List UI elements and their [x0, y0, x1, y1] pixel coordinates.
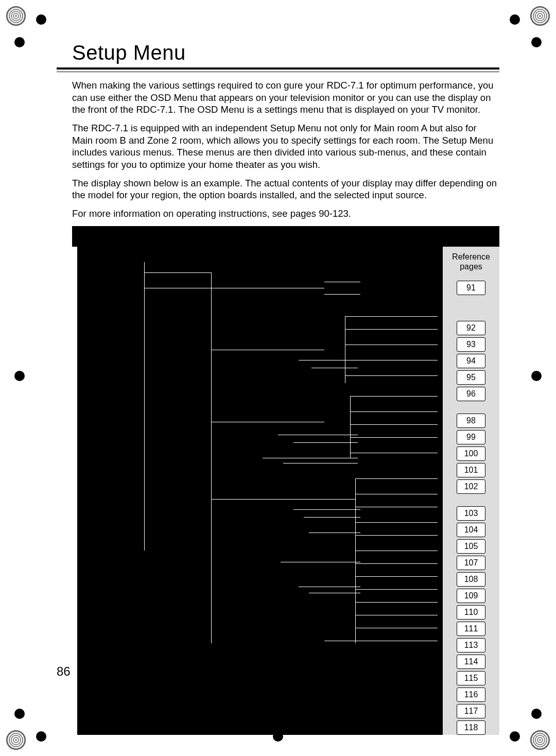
page-ref-badge: 116: [457, 688, 485, 702]
reference-pages-list: 91 92 93 94 95 96 98 99 100 101: [443, 281, 499, 735]
page-ref-badge: 114: [457, 655, 485, 669]
registration-dot: [531, 709, 542, 719]
page-ref-badge: 107: [457, 556, 485, 570]
page-ref-badge: 94: [457, 354, 485, 368]
registration-mark: [6, 730, 26, 750]
reference-pages-header: Reference pages: [443, 252, 499, 271]
menu-tree-diagram: * c h b: [77, 247, 443, 735]
page-ref-badge: 93: [457, 337, 485, 352]
footnote-char: b: [81, 709, 86, 719]
reference-pages-column: Reference pages 91 92 93 94 95 96 98 99 …: [443, 247, 499, 735]
registration-dot: [36, 731, 46, 742]
page-ref-badge: 104: [457, 523, 485, 537]
page-ref-badge: 113: [457, 638, 485, 652]
registration-dot: [14, 37, 25, 47]
registration-dot: [14, 371, 25, 381]
intro-paragraph: For more information on operating instru…: [72, 208, 499, 220]
page-ref-badge: 101: [457, 463, 485, 477]
footnote-char: *: [81, 675, 85, 685]
registration-dot: [36, 14, 46, 25]
page-ref-badge: 109: [457, 589, 485, 603]
page-ref-badge: 108: [457, 572, 485, 587]
registration-mark: [530, 6, 550, 26]
page-ref-badge: 91: [457, 281, 485, 295]
footnote-fragment: * c h b: [81, 675, 86, 719]
registration-dot: [510, 731, 520, 742]
intro-paragraph: The RDC-7.1 is equipped with an independ…: [72, 122, 499, 171]
page-ref-badge: 118: [457, 720, 485, 735]
page-ref-badge: 110: [457, 605, 485, 620]
page-ref-badge: 92: [457, 321, 485, 335]
page-ref-badge: 100: [457, 446, 485, 461]
page-title: Setup Menu: [72, 41, 499, 64]
registration-dot: [14, 709, 25, 719]
page-ref-badge: 111: [457, 622, 485, 636]
intro-paragraph: When making the various settings require…: [72, 79, 499, 116]
page-content: Setup Menu When making the various setti…: [57, 41, 499, 735]
registration-dot: [510, 14, 520, 25]
page-ref-badge: 102: [457, 479, 485, 494]
registration-dot: [531, 37, 542, 47]
section-header-band: [72, 226, 499, 247]
intro-paragraph: The display shown below is an example. T…: [72, 177, 499, 201]
page-ref-badge: 115: [457, 671, 485, 685]
footnote-char: c: [81, 686, 86, 696]
footnote-char: h: [81, 697, 86, 708]
registration-mark: [6, 6, 26, 26]
page-ref-badge: 117: [457, 704, 485, 718]
title-underline: [57, 67, 499, 72]
page-ref-badge: 96: [457, 387, 485, 401]
page-ref-badge: 103: [457, 506, 485, 521]
page-ref-badge: 105: [457, 539, 485, 554]
registration-dot: [531, 371, 542, 381]
page-ref-badge: 98: [457, 414, 485, 428]
page-ref-badge: 95: [457, 370, 485, 385]
page-number: 86: [57, 664, 71, 679]
menu-tree-container: * c h b Reference pages 91 92 93 94 95 9…: [77, 247, 499, 735]
page-ref-badge: 99: [457, 430, 485, 444]
registration-mark: [530, 730, 550, 750]
